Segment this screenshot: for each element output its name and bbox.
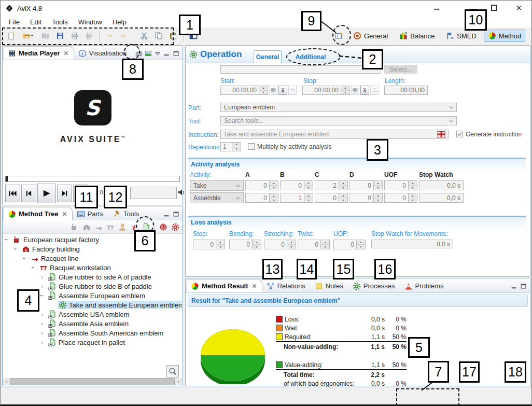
perspective-general[interactable]: General [349,30,392,42]
stop-time-spinner[interactable]: 00:00,00▲▼ [302,86,350,95]
tree-hscrollbar[interactable]: ‹ › [3,378,182,385]
activity-combo[interactable]: Take [190,180,244,191]
stopwatch-icon[interactable] [159,223,167,231]
activity-b-spinner[interactable]: 1▲▼ [280,193,313,203]
multiply-checkbox[interactable] [248,143,255,150]
add-instruction-cross-icon[interactable] [437,130,445,138]
tool-combo[interactable]: Search tools... [220,116,457,125]
tab-general[interactable]: General [254,50,282,63]
tab-notes[interactable]: Notes [311,279,348,292]
perspective-smed[interactable]: SMED [442,30,481,42]
scroll-right-icon[interactable]: › [175,379,182,384]
set-start-from-video-button[interactable] [269,86,277,95]
spinner-arrows-icon[interactable]: ▲▼ [232,142,241,151]
menu-edit[interactable]: Edit [25,17,47,27]
tab-parts[interactable]: Parts [73,207,108,220]
menu-file[interactable]: File [4,17,25,27]
instruction-field[interactable]: Take and assemble European emblem [220,130,449,139]
close-tab-icon[interactable]: ✕ [62,211,67,218]
expand-chevron-icon[interactable]: › [39,339,45,345]
twist-spinner[interactable]: 0▲▼ [298,240,330,249]
maximize-button[interactable] [491,5,497,11]
expand-chevron-icon[interactable]: › [4,236,10,243]
menu-help[interactable]: Help [107,17,132,27]
mark-stop-button[interactable]: ⊼ [360,86,369,95]
activity-b-spinner[interactable]: 0▲▼ [280,180,313,190]
uof-spinner[interactable]: 0▲▼ [333,240,366,249]
clip-field[interactable] [220,65,381,74]
tab-method-result[interactable]: Method Result✕ [187,279,262,292]
tab-processes[interactable]: Processes [348,279,400,292]
spinner-arrows-icon[interactable]: ▲▼ [341,86,350,95]
close-tab-icon[interactable]: ✕ [64,50,69,57]
seek-bar[interactable] [5,176,180,182]
minimize-pane-icon[interactable] [163,50,171,57]
jump-start-button[interactable]: ⮌ [288,86,297,95]
select-clip-button[interactable]: Select... [384,65,417,74]
perspective-method[interactable]: Method [484,30,525,42]
activity-c-spinner[interactable]: 2▲▼ [315,180,348,190]
expand-chevron-icon[interactable]: › [39,283,45,289]
scroll-thumb[interactable] [10,378,175,385]
expand-chevron-icon[interactable]: › [39,274,45,280]
bending-spinner[interactable]: 0▲▼ [229,240,261,249]
minimize-pane-icon[interactable] [511,283,518,290]
view-menu-icon[interactable] [154,50,161,57]
add-operator-icon[interactable] [118,223,127,231]
tree-item[interactable]: ›Assemble South American emblem [4,328,181,338]
settings-gear-icon[interactable] [171,223,179,231]
activity-d-spinner[interactable]: 0▲▼ [349,180,383,190]
close-tab-icon[interactable]: ✕ [252,283,257,290]
tab-method-tree[interactable]: Method Tree✕ [4,207,73,220]
spinner-arrows-icon[interactable]: ▲▼ [259,86,268,95]
tab-visualisation[interactable]: iVisualisation [74,46,132,60]
expand-chevron-icon[interactable]: › [39,292,45,299]
play-button[interactable] [37,184,56,203]
add-building-icon[interactable] [82,223,91,231]
tree-item[interactable]: ›Racquet line [4,254,181,263]
next-frame-button[interactable] [57,185,72,202]
activity-combo[interactable]: Assemble [190,192,244,203]
set-stop-from-video-button[interactable] [351,86,359,95]
activity-a-spinner[interactable]: 0▲▼ [245,193,278,203]
add-workstation-icon[interactable] [106,223,115,231]
activity-c-spinner[interactable]: 0▲▼ [315,193,348,203]
scroll-left-icon[interactable]: ‹ [3,379,10,384]
menu-window[interactable]: Window [73,17,107,27]
perspective-balance[interactable]: Balance [395,30,439,42]
tree-item[interactable]: ›Place racquet in pallet [4,338,181,347]
activity-d-spinner[interactable]: 0▲▼ [349,193,383,203]
expand-chevron-icon[interactable]: › [12,246,19,252]
maximize-pane-icon[interactable] [173,211,180,218]
minimize-pane-icon[interactable] [163,211,171,218]
repetitions-spinner[interactable]: 1▲▼ [220,142,241,151]
skip-to-start-button[interactable] [5,185,20,202]
maximize-pane-icon[interactable] [520,283,527,290]
part-combo[interactable]: European emblem [220,103,457,112]
expand-chevron-icon[interactable]: › [39,320,45,327]
tree-search-button[interactable] [166,365,179,377]
expand-chevron-icon[interactable]: › [21,255,27,261]
volume-track[interactable] [130,187,177,199]
expand-chevron-icon[interactable]: › [39,311,45,317]
step-spinner[interactable]: 0▲▼ [193,240,225,249]
tab-relations[interactable]: Relations [262,279,311,292]
expand-chevron-icon[interactable]: › [39,330,45,336]
expand-chevron-icon[interactable]: › [30,264,36,271]
menu-tools[interactable]: Tools [47,17,73,27]
tab-problems[interactable]: Problems [400,279,449,292]
start-time-spinner[interactable]: 00:00,00▲▼ [220,86,268,95]
add-factory-icon[interactable] [71,223,79,231]
activity-a-spinner[interactable]: 0▲▼ [245,180,278,190]
mark-start-button[interactable]: ⊼ [278,86,287,95]
activity-uof-spinner[interactable]: 0▲▼ [384,193,417,203]
previous-frame-button[interactable] [21,185,36,202]
add-line-icon[interactable] [94,223,103,231]
tree-item[interactable]: ›Racquet workstation [4,263,181,272]
tab-media-player[interactable]: Media Player✕ [4,46,74,60]
activity-uof-spinner[interactable]: 0▲▼ [384,180,417,190]
tree-item[interactable]: ›Assemble Asia emblem [4,319,181,328]
maximize-pane-icon[interactable] [173,50,180,57]
stretching-spinner[interactable]: 0▲▼ [264,240,296,249]
tree-item[interactable]: ›Glue rubber to side A of paddle [4,272,181,282]
